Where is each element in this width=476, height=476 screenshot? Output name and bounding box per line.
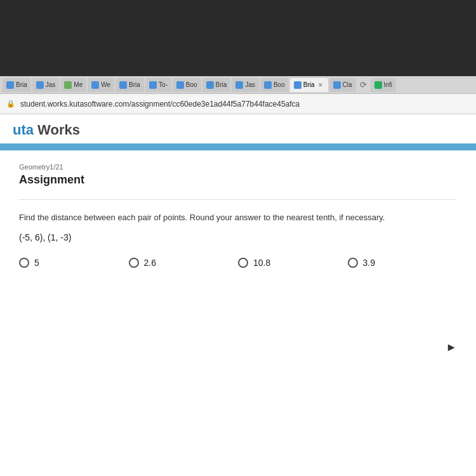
assignment-breadcrumb: Geometry1/21 [19, 163, 457, 171]
assignment-area: Geometry1/21 Assignment Find the distanc… [0, 150, 476, 476]
tab-favicon [176, 81, 184, 89]
browser-window: Bria Jas Me We Bria To- Boo Bria [0, 76, 476, 476]
site-title: uta Works [13, 122, 80, 138]
address-bar: 🔒 student.works.kutasoftware.com/assignm… [0, 94, 476, 114]
answer-choice-10-8[interactable]: 10.8 [238, 258, 348, 268]
tab-favicon [119, 81, 127, 89]
site-header: uta Works [0, 114, 476, 145]
browser-tab[interactable]: Boo [260, 78, 289, 92]
browser-tab[interactable]: Me [60, 78, 86, 92]
tab-label: We [101, 81, 110, 88]
tab-favicon [6, 81, 14, 89]
tab-favicon [206, 81, 214, 89]
tab-favicon [36, 81, 44, 89]
tab-label: Me [74, 81, 83, 88]
tab-label: Boo [274, 81, 285, 88]
tab-close-button[interactable]: ✕ [317, 81, 324, 89]
browser-tab[interactable]: Jas [32, 78, 60, 92]
tab-favicon [235, 81, 243, 89]
radio-button-5[interactable] [19, 258, 29, 268]
browser-tab[interactable]: To- [145, 78, 171, 92]
tab-favicon [64, 81, 72, 89]
page-content: uta Works Geometry1/21 Assignment Find t… [0, 114, 476, 476]
browser-tab[interactable]: We [88, 78, 114, 92]
assignment-title: Assignment [19, 173, 457, 187]
url-display[interactable]: student.works.kutasoftware.com/assignmen… [20, 100, 470, 109]
radio-button-3-9[interactable] [348, 258, 358, 268]
site-title-works: Works [34, 122, 80, 138]
answer-choice-2-6[interactable]: 2.6 [129, 258, 239, 268]
lock-icon: 🔒 [6, 100, 15, 108]
answer-choice-5[interactable]: 5 [19, 258, 129, 268]
answer-choices-group: 5 2.6 10.8 3.9 [19, 258, 457, 268]
tab-favicon [374, 81, 382, 89]
question-coordinates: (-5, 6), (1, -3) [19, 232, 457, 242]
browser-tab[interactable]: Cla [329, 78, 356, 92]
tab-favicon [333, 81, 341, 89]
tab-label: Bria [16, 81, 27, 88]
tab-favicon [264, 81, 272, 89]
tab-label: Cla [343, 81, 352, 88]
radio-button-2-6[interactable] [129, 258, 139, 268]
mouse-cursor: ► [446, 341, 457, 354]
tab-favicon [294, 81, 301, 89]
tab-label: Bria [303, 81, 315, 88]
browser-tab[interactable]: Infi [371, 78, 396, 92]
tab-new-button[interactable]: ⟳ [360, 80, 367, 89]
browser-tab-active[interactable]: Bria ✕ [290, 78, 328, 92]
browser-tab[interactable]: Bria [202, 78, 231, 92]
browser-tab[interactable]: Bria [116, 78, 144, 92]
choice-label-2-6: 2.6 [144, 258, 156, 268]
tab-label: Bria [129, 81, 140, 88]
choice-label-3-9: 3.9 [363, 258, 375, 268]
tab-label: Jas [46, 81, 56, 88]
tab-label: Boo [186, 81, 197, 88]
question-instruction: Find the distance between each pair of p… [19, 213, 457, 222]
choice-label-5: 5 [34, 258, 39, 268]
site-title-kuta: uta [13, 122, 34, 138]
tab-label: Jas [245, 81, 255, 88]
blue-stripe-divider [0, 145, 476, 150]
tab-favicon [91, 81, 99, 89]
choice-label-10-8: 10.8 [253, 258, 270, 268]
tab-label: Bria [216, 81, 227, 88]
browser-tab[interactable]: Bria [3, 78, 31, 92]
tab-favicon [149, 81, 157, 89]
tab-label: Infi [384, 81, 392, 88]
section-divider [19, 199, 457, 200]
browser-tab[interactable]: Jas [232, 78, 259, 92]
answer-choice-3-9[interactable]: 3.9 [348, 258, 458, 268]
browser-tab[interactable]: Boo [173, 78, 201, 92]
tab-bar: Bria Jas Me We Bria To- Boo Bria [0, 76, 476, 94]
radio-button-10-8[interactable] [238, 258, 248, 268]
tab-label: To- [159, 81, 168, 88]
desktop-background [0, 0, 476, 76]
